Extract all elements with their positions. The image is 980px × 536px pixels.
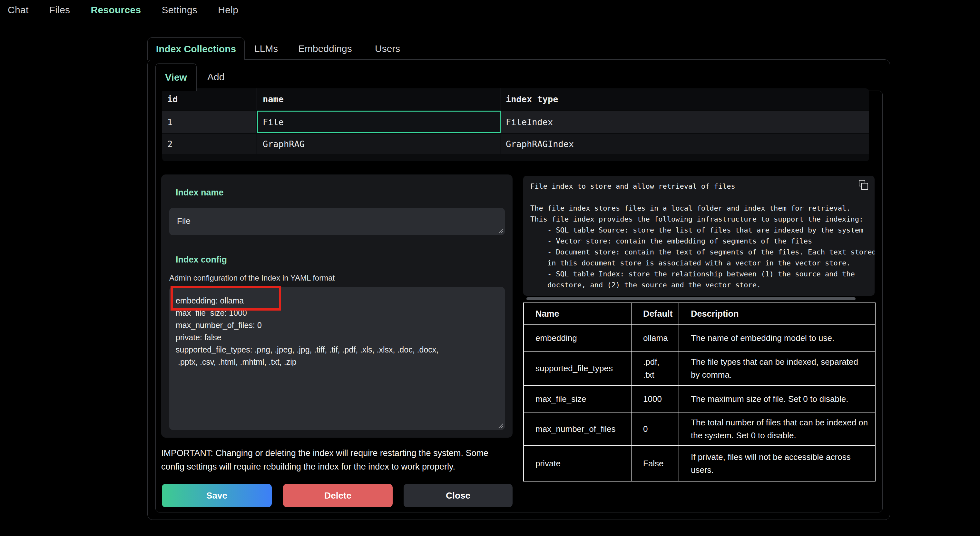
param-name: private xyxy=(523,445,631,481)
param-default: 0 xyxy=(631,412,679,445)
close-button[interactable]: Close xyxy=(404,484,512,507)
params-header-default: Default xyxy=(631,303,679,325)
param-name: embedding xyxy=(523,325,631,351)
param-name: supported_file_types xyxy=(523,351,631,385)
tab-embeddings[interactable]: Embeddings xyxy=(298,37,352,60)
index-name-label: Index name xyxy=(176,188,224,198)
params-header-row: Name Default Description xyxy=(523,303,875,325)
collections-table: id name index type 1 File FileIndex 2 Gr… xyxy=(162,88,869,161)
params-header-description: Description xyxy=(679,303,875,325)
cell-index-type[interactable]: GraphRAGIndex xyxy=(501,134,869,154)
save-button[interactable]: Save xyxy=(162,484,272,507)
table-row: max_number_of_files 0 The total number o… xyxy=(523,412,875,445)
table-row[interactable]: 2 GraphRAG GraphRAGIndex xyxy=(162,134,869,154)
nav-files[interactable]: Files xyxy=(49,5,70,16)
tab-users[interactable]: Users xyxy=(375,37,400,60)
param-default: 1000 xyxy=(631,385,679,412)
index-name-input[interactable]: File xyxy=(169,208,505,235)
cell-id[interactable]: 2 xyxy=(162,134,257,154)
tab-add[interactable]: Add xyxy=(207,63,224,91)
param-description: The name of embedding model to use. xyxy=(679,325,875,351)
nav-chat[interactable]: Chat xyxy=(8,5,29,16)
nav-resources[interactable]: Resources xyxy=(91,5,141,16)
table-row: supported_file_types .pdf, .txt The file… xyxy=(523,351,875,385)
param-default: False xyxy=(631,445,679,481)
horizontal-scrollbar[interactable] xyxy=(527,297,856,300)
copy-icon[interactable] xyxy=(859,180,870,191)
resize-handle-icon[interactable] xyxy=(497,227,503,233)
table-row: embedding ollama The name of embedding m… xyxy=(523,325,875,351)
resize-handle-icon[interactable] xyxy=(497,422,503,428)
table-row[interactable]: 1 File FileIndex xyxy=(162,111,869,134)
cell-name-selected[interactable]: File xyxy=(257,111,501,133)
copy-icon-front-square xyxy=(861,183,868,190)
param-default: .pdf, .txt xyxy=(631,351,679,385)
cell-name[interactable]: GraphRAG xyxy=(257,134,501,154)
table-row: private False If private, files will not… xyxy=(523,445,875,481)
important-note: IMPORTANT: Changing or deleting the inde… xyxy=(161,446,522,474)
nav-settings[interactable]: Settings xyxy=(162,5,197,16)
params-header-name: Name xyxy=(523,303,631,325)
index-name-value: File xyxy=(177,216,191,226)
cell-id[interactable]: 1 xyxy=(162,111,257,133)
tab-view[interactable]: View xyxy=(155,63,197,91)
annotation-highlight-box xyxy=(170,286,281,311)
param-description: If private, files will not be accessible… xyxy=(679,445,875,481)
tab-llms[interactable]: LLMs xyxy=(255,37,278,60)
param-description: The total number of files that can be in… xyxy=(679,412,875,445)
index-description-panel: File index to store and allow retrieval … xyxy=(523,176,875,296)
nav-help[interactable]: Help xyxy=(218,5,238,16)
params-table: Name Default Description embedding ollam… xyxy=(523,303,875,482)
tab-index-collections[interactable]: Index Collections xyxy=(147,37,245,60)
param-default: ollama xyxy=(631,325,679,351)
index-config-label: Index config xyxy=(176,255,227,265)
top-nav: Chat Files Resources Settings Help xyxy=(8,0,238,20)
table-row: max_file_size 1000 The maximum size of f… xyxy=(523,385,875,412)
param-description: The file types that can be indexed, sepa… xyxy=(679,351,875,385)
param-description: The maximum size of file. Set 0 to disab… xyxy=(679,385,875,412)
header-id: id xyxy=(162,88,257,110)
collections-table-header: id name index type xyxy=(162,88,869,111)
header-index-type: index type xyxy=(501,88,869,110)
param-name: max_number_of_files xyxy=(523,412,631,445)
tab-index-collections-label: Index Collections xyxy=(156,43,236,54)
header-name: name xyxy=(257,88,501,110)
tab-view-label: View xyxy=(165,72,187,83)
delete-button[interactable]: Delete xyxy=(283,484,393,507)
index-config-hint: Admin configuration of the Index in YAML… xyxy=(169,273,335,282)
param-name: max_file_size xyxy=(523,385,631,412)
cell-index-type[interactable]: FileIndex xyxy=(501,111,869,133)
